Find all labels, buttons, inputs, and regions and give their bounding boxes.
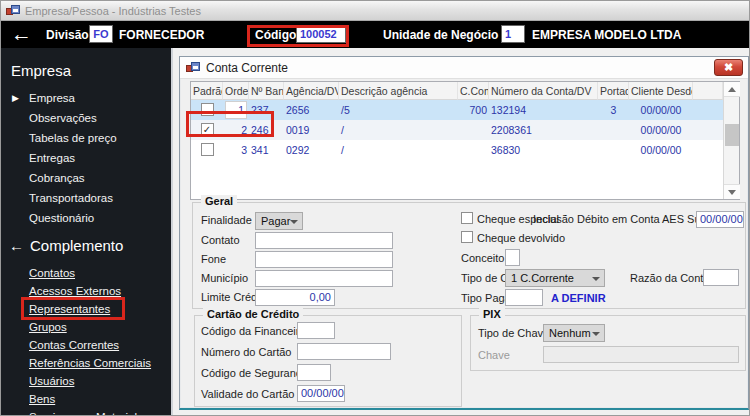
contato-input[interactable]	[255, 232, 393, 249]
col-header-padrao[interactable]: Padrão	[191, 82, 223, 100]
municipio-label: Município	[201, 272, 248, 284]
back-arrow-icon[interactable]: ←	[11, 24, 37, 44]
validade-cartao-input[interactable]: 00/00/00	[297, 385, 345, 402]
app-icon	[6, 5, 20, 17]
fone-label: Fone	[201, 253, 226, 265]
geral-groupbox: Geral Finalidade Pagar Contato Fone Muni…	[192, 202, 746, 309]
unidade-negocio-input[interactable]: 1	[501, 25, 525, 43]
validade-cartao-label: Validade do Cartão	[201, 388, 294, 400]
sidebar-section-complemento[interactable]: ←Complemento	[9, 237, 171, 254]
sidebar-item-tabelas-de-preco[interactable]: Tabelas de preço	[1, 129, 171, 147]
grid-scrollbar[interactable]	[723, 82, 739, 199]
col-header-descricao[interactable]: Descrição agência	[339, 82, 458, 100]
limite-credito-input[interactable]: 0,00	[255, 289, 335, 306]
chave-input	[543, 346, 739, 363]
scroll-down-icon[interactable]	[724, 184, 740, 199]
sidebar-item-questionario[interactable]: Questionário	[1, 209, 171, 227]
accounts-grid: Padrão Ordem Nº Banco Agência/DV Descriç…	[190, 81, 740, 200]
sidebar-link-contatos[interactable]: Contatos	[1, 264, 171, 282]
pix-groupbox: PIX Tipo de Chave Nenhum Chave	[470, 315, 746, 371]
col-header-banco[interactable]: Nº Banco	[249, 82, 284, 100]
app-window: Empresa/Pessoa - Indústrias Testes ← Div…	[0, 0, 750, 416]
sidebar-link-usuarios[interactable]: Usuários	[1, 372, 171, 390]
sidebar-item-observacoes[interactable]: Observações	[1, 109, 171, 127]
tipo-chave-select[interactable]: Nenhum	[543, 324, 605, 342]
unidade-negocio-name: EMPRESA MODELO LTDA	[532, 28, 681, 42]
sidebar-section-empresa: Empresa	[11, 62, 171, 79]
conta-corrente-dialog: Conta Corrente ✖ Padrão Ordem Nº Banco A…	[179, 56, 749, 410]
sidebar-item-transportadoras[interactable]: Transportadoras	[1, 189, 171, 207]
chave-label: Chave	[478, 349, 510, 361]
divisao-input[interactable]: FO	[89, 25, 113, 43]
codigo-seguranca-input[interactable]	[297, 364, 331, 381]
window-titlebar: Empresa/Pessoa - Indústrias Testes	[1, 1, 750, 21]
codigo-financeira-label: Código da Financeira	[201, 325, 306, 337]
razao-conta-input[interactable]	[703, 269, 739, 286]
col-header-filler	[693, 82, 723, 100]
tipo-pagamento-input[interactable]	[505, 289, 543, 306]
codigo-label: Código	[255, 28, 296, 42]
inclusao-debito-input[interactable]: 00/00/00	[696, 211, 744, 228]
table-row[interactable]	[191, 140, 223, 160]
cheque-devolvido-checkbox[interactable]	[461, 231, 473, 243]
divisao-name: FORNECEDOR	[119, 28, 204, 42]
cheque-especial-checkbox[interactable]	[461, 212, 473, 224]
codigo-seguranca-label: Código de Segurança	[201, 367, 307, 379]
pix-legend: PIX	[479, 308, 505, 320]
col-header-cliente-desde[interactable]: Cliente Desde	[629, 82, 693, 100]
dialog-titlebar[interactable]: Conta Corrente ✖	[180, 57, 748, 79]
contato-label: Contato	[201, 234, 240, 246]
padrao-checkbox[interactable]	[201, 143, 214, 156]
chevron-down-icon	[592, 332, 600, 336]
col-header-agencia[interactable]: Agência/DV	[284, 82, 339, 100]
conceito-input[interactable]	[505, 249, 520, 266]
col-header-conta[interactable]: Número da Conta/DV	[489, 82, 598, 100]
chevron-down-icon	[592, 277, 600, 281]
conceito-label: Conceito	[461, 252, 504, 264]
razao-conta-label: Razão da Conta	[630, 272, 710, 284]
tipo-conta-select[interactable]: 1 C.Corrente	[505, 269, 605, 287]
codigo-financeira-input[interactable]	[297, 322, 335, 339]
cartao-legend: Cartão de Crédito	[203, 308, 303, 320]
dialog-icon	[186, 62, 200, 74]
scrollbar-thumb[interactable]	[725, 124, 739, 146]
finalidade-select[interactable]: Pagar	[255, 212, 303, 230]
sidebar-link-acessos-externos[interactable]: Acessos Externos	[1, 282, 171, 300]
active-item-arrow-icon: ▶	[12, 89, 19, 107]
municipio-input[interactable]	[255, 270, 393, 287]
numero-cartao-label: Número do Cartão	[201, 346, 292, 358]
sidebar-link-referencias-comerciais[interactable]: Referências Comerciais	[1, 354, 171, 372]
back-section-arrow-icon: ←	[9, 237, 24, 254]
sidebar-link-bens[interactable]: Bens	[1, 390, 171, 408]
sidebar-link-contas-correntes[interactable]: Contas Correntes	[1, 336, 171, 354]
sidebar-link-representantes[interactable]: Representantes	[1, 300, 171, 318]
window-title: Empresa/Pessoa - Indústrias Testes	[25, 5, 201, 17]
numero-cartao-input[interactable]	[297, 343, 391, 360]
padrao-checkbox[interactable]	[201, 103, 214, 116]
cartao-credito-groupbox: Cartão de Crédito Código da Financeira N…	[194, 315, 462, 407]
inclusao-debito-label: Inclusão Débito em Conta AES Sul	[533, 213, 703, 225]
geral-legend: Geral	[201, 195, 237, 207]
finalidade-label: Finalidade	[201, 214, 252, 226]
sidebar-item-cobrancas[interactable]: Cobranças	[1, 169, 171, 187]
divisao-label: Divisão	[46, 28, 89, 42]
toolbar: ← Divisão FO FORNECEDOR Código 100052 Un…	[1, 21, 750, 48]
tipo-chave-label: Tipo de Chave	[478, 327, 549, 339]
unidade-negocio-label: Unidade de Negócio	[383, 28, 498, 42]
sidebar-item-entregas[interactable]: Entregas	[1, 149, 171, 167]
sidebar-link-grupos[interactable]: Grupos	[1, 318, 171, 336]
sidebar-link-servicos-por-material[interactable]: Serviços por Material	[1, 408, 171, 416]
scroll-up-icon[interactable]	[724, 82, 740, 97]
ordem-edit-cell: 1	[225, 101, 247, 119]
col-header-ccomp[interactable]: C.Comp.	[458, 82, 489, 100]
codigo-input[interactable]: 100052	[296, 25, 346, 43]
table-row[interactable]: ✓	[191, 120, 223, 140]
col-header-ordem[interactable]: Ordem	[223, 82, 249, 100]
sidebar-item-empresa[interactable]: ▶ Empresa	[1, 89, 171, 107]
sidebar: Empresa ▶ Empresa Observações Tabelas de…	[1, 48, 173, 416]
padrao-checkbox[interactable]: ✓	[201, 123, 214, 136]
close-icon[interactable]: ✖	[714, 59, 743, 76]
col-header-portador[interactable]: Portador	[598, 82, 629, 100]
table-row[interactable]	[191, 100, 223, 120]
fone-input[interactable]	[255, 251, 393, 268]
